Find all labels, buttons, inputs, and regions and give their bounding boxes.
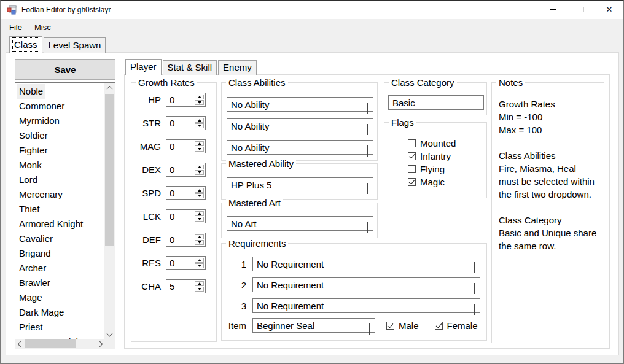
mastered-art-dropdown[interactable]: No Art	[227, 216, 373, 231]
requirement-dropdown[interactable]: No Requirement	[252, 298, 480, 313]
gender-checkbox[interactable]	[386, 322, 394, 330]
list-item[interactable]: Mercenary	[15, 187, 104, 202]
spin-up-button[interactable]	[195, 234, 204, 239]
numeric-updown[interactable]: 0	[166, 209, 206, 223]
spin-down-button[interactable]	[195, 147, 204, 152]
spin-down-button[interactable]	[195, 170, 204, 175]
spin-up-button[interactable]	[195, 118, 204, 123]
requirement-row: 2 No Requirement	[222, 277, 480, 292]
gender-label: Female	[447, 320, 478, 331]
stat-label: RES	[131, 258, 161, 268]
spin-up-button[interactable]	[195, 141, 204, 146]
numeric-updown[interactable]: 0	[166, 256, 206, 270]
vertical-scrollbar[interactable]	[104, 83, 115, 339]
save-button[interactable]: Save	[15, 59, 115, 80]
class-ability-dropdown[interactable]: No Ability	[227, 140, 373, 155]
numeric-updown[interactable]: 0	[166, 116, 206, 130]
window-title: Fodlan Editor by gh0stslayr	[21, 6, 111, 14]
list-item[interactable]: Monk	[15, 158, 104, 172]
maximize-button[interactable]	[567, 1, 595, 18]
gender-checkbox[interactable]	[435, 322, 443, 330]
triangle-up-icon	[198, 259, 201, 261]
list-item[interactable]: Archer	[15, 261, 104, 276]
list-item[interactable]: Mage	[15, 290, 104, 305]
inner-tab-strip: Player Stat & Skill Enemy	[125, 59, 258, 75]
spin-down-button[interactable]	[195, 263, 204, 268]
numeric-updown[interactable]: 5	[166, 279, 206, 293]
spin-down-button[interactable]	[195, 193, 204, 198]
stat-label: HP	[131, 95, 161, 105]
note-line: the same row.	[499, 239, 601, 252]
numeric-updown[interactable]: 0	[166, 93, 206, 107]
group-title: Requirements	[226, 238, 288, 249]
list-item[interactable]: Soldier	[15, 128, 104, 143]
list-item[interactable]: Pegasus Knight	[15, 335, 104, 339]
class-category-dropdown[interactable]: Basic	[388, 95, 484, 110]
list-item[interactable]: Priest	[15, 320, 104, 335]
list-item[interactable]: Dark Mage	[15, 305, 104, 320]
app-window: Fodlan Editor by gh0stslayr ✕ FileMisc C…	[0, 0, 624, 364]
spin-down-button[interactable]	[195, 123, 204, 128]
spin-up-button[interactable]	[195, 188, 204, 193]
list-item[interactable]: Fighter	[15, 143, 104, 158]
scroll-up-arrow[interactable]	[104, 83, 115, 93]
list-item[interactable]: Lord	[15, 172, 104, 187]
requirement-dropdown[interactable]: No Requirement	[252, 257, 480, 271]
spin-down-button[interactable]	[195, 287, 204, 292]
list-item[interactable]: Noble	[15, 84, 104, 99]
mastered-art-group: Mastered Art No Art	[221, 203, 378, 238]
requirement-dropdown[interactable]: No Requirement	[252, 277, 480, 292]
list-item[interactable]: Armored Knight	[15, 217, 104, 231]
spin-up-button[interactable]	[195, 95, 204, 99]
minimize-button[interactable]	[539, 1, 567, 18]
spin-up-button[interactable]	[195, 258, 204, 263]
flag-checkbox[interactable]	[408, 165, 416, 173]
flag-checkbox[interactable]	[408, 178, 416, 186]
mastered-ability-dropdown[interactable]: HP Plus 5	[227, 177, 373, 192]
horizontal-scroll-thumb[interactable]	[25, 339, 76, 348]
flag-label: Infantry	[420, 151, 451, 161]
flag-checkbox[interactable]	[408, 139, 416, 147]
scroll-down-arrow[interactable]	[104, 328, 115, 339]
menu-item[interactable]: Misc	[28, 20, 57, 34]
horizontal-scrollbar[interactable]	[15, 339, 104, 349]
menu-item[interactable]: File	[3, 20, 28, 34]
item-dropdown[interactable]: Beginner Seal	[252, 318, 375, 333]
close-button[interactable]: ✕	[595, 1, 623, 18]
outer-tab[interactable]: Level Spawn	[44, 37, 106, 53]
chevron-down-icon	[369, 323, 370, 335]
outer-tab[interactable]: Class	[9, 36, 42, 53]
group-title: Flags	[389, 117, 416, 128]
inner-tab[interactable]: Enemy	[218, 60, 257, 75]
scroll-left-arrow[interactable]	[15, 339, 25, 349]
list-item[interactable]: Thief	[15, 202, 104, 217]
list-item[interactable]: Myrmidon	[15, 114, 104, 128]
numeric-updown[interactable]: 0	[166, 163, 206, 177]
spin-down-button[interactable]	[195, 217, 204, 222]
spin-up-button[interactable]	[195, 165, 204, 169]
class-listbox[interactable]: Noble Commoner Myrmidon Soldier	[15, 82, 115, 349]
class-category-group: Class Category Basic	[384, 82, 487, 115]
vertical-scroll-thumb[interactable]	[105, 94, 114, 246]
list-item[interactable]: Brawler	[15, 276, 104, 290]
list-item[interactable]: Commoner	[15, 99, 104, 114]
requirement-number: 3	[222, 301, 246, 311]
numeric-updown[interactable]: 0	[166, 186, 206, 200]
spin-down-button[interactable]	[195, 240, 204, 245]
inner-tab[interactable]: Stat & Skill	[163, 60, 217, 75]
mastered-ability-group: Mastered Ability HP Plus 5	[221, 163, 378, 200]
class-ability-dropdown[interactable]: No Ability	[227, 118, 373, 133]
list-item[interactable]: Cavalier	[15, 231, 104, 246]
class-ability-dropdown[interactable]: No Ability	[227, 97, 373, 112]
inner-tab[interactable]: Player	[125, 59, 162, 75]
flag-checkbox[interactable]	[408, 152, 416, 160]
spin-up-button[interactable]	[195, 211, 204, 216]
list-item[interactable]: Brigand	[15, 246, 104, 261]
spin-up-button[interactable]	[195, 281, 204, 286]
spin-down-button[interactable]	[195, 100, 204, 105]
numeric-updown[interactable]: 0	[166, 233, 206, 247]
numeric-updown[interactable]: 0	[166, 139, 206, 153]
form-bottom-strip	[1, 354, 623, 363]
flag-label: Mounted	[420, 138, 456, 149]
scroll-right-arrow[interactable]	[95, 339, 104, 349]
